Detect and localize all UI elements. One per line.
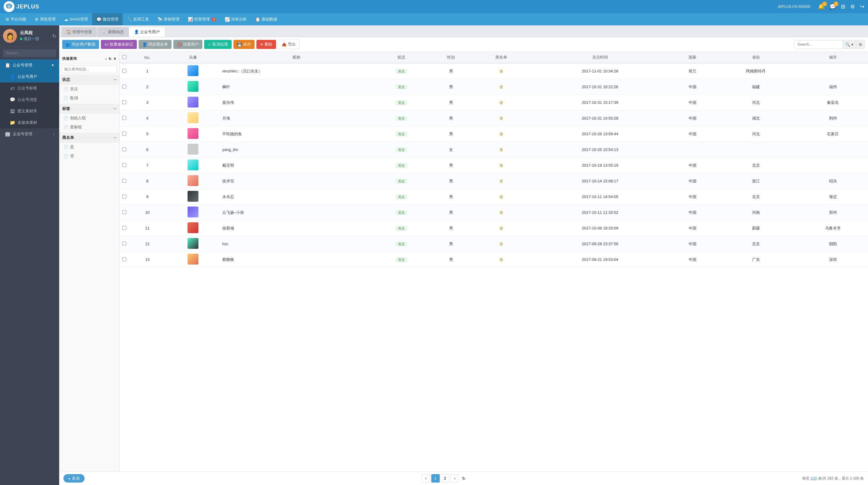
filter-input-area [62,65,117,73]
sync-users-button[interactable]: 👥 同步用户数据 [62,40,99,49]
select-all-checkbox[interactable] [122,55,126,59]
row-checkbox[interactable] [122,100,126,104]
sidebar-item-image-library[interactable]: 🖼 图文素材库 [0,105,59,117]
filter-tags-title: 标签 [62,106,70,112]
delete-button[interactable]: ✕ 删除 [256,40,276,49]
multiselect-button[interactable]: 多选 [63,474,85,483]
sidebar-item-public-mgmt[interactable]: 📋 公众号管理 ▼ [0,60,59,71]
row-checkbox[interactable] [122,194,126,199]
sidebar-search-input[interactable] [3,49,56,57]
row-checkbox[interactable] [122,226,126,230]
cell-follow-time: 2017-10-31 16:22:26 [529,79,671,95]
header-follow-time: 关注时间 [529,52,671,63]
nav-base-data[interactable]: 📋 基础数据 [251,13,281,25]
cell-city [798,158,868,173]
filter-tag-star[interactable]: 📄 星标组 [59,123,119,132]
cell-nickname: 枫叶 [220,79,374,95]
nav-saas[interactable]: ☁ SAAS管理 [60,13,92,25]
row-checkbox[interactable] [122,242,126,245]
search-button[interactable]: 🔍 ▾ [843,40,856,49]
filter-status-cancel[interactable]: 📄 取消 [59,94,119,103]
filter-blacklist-collapse[interactable]: − [114,135,116,141]
search-input[interactable] [794,40,843,48]
nav-tools[interactable]: 🔧 实用工具 [123,13,153,25]
row-checkbox[interactable] [122,163,126,167]
user-avatar [188,97,198,108]
sidebar-item-public-users[interactable]: 👤 公众号用户 [0,71,59,83]
refresh-icon[interactable]: ↻ [52,33,56,39]
refresh-pagination-icon[interactable]: ↻ [462,476,465,481]
filter-tags-collapse[interactable]: − [114,106,116,112]
logo-area: JP JEPLUS [4,1,39,12]
tab-public-users-label: 公众号用户 [140,30,160,34]
operations-icon: 📊 [188,17,193,22]
page-1-button[interactable]: 1 [431,474,440,483]
prev-page-button[interactable]: ‹ [422,474,430,483]
tab-public-users[interactable]: 👤 公众号用户 [129,27,164,37]
nav-wechat[interactable]: 💬 微信管理 [92,13,123,25]
filter-status-follow[interactable]: 📄 关注 [59,85,119,94]
row-checkbox[interactable] [122,132,126,135]
row-checkbox[interactable] [122,147,126,151]
nav-system[interactable]: ⚙ 系统管理 [31,13,60,25]
doc-icon-cancel: 📄 [63,96,68,100]
cell-follow-time: 2017-10-08 18:20:09 [529,220,671,236]
settings-icon[interactable]: ⚙ [850,3,855,10]
logout-icon[interactable]: ↪ [860,3,864,10]
filter-status-collapse[interactable]: − [114,77,116,83]
row-checkbox[interactable] [122,116,126,120]
row-checkbox-cell [120,142,129,158]
sidebar-item-public-tags[interactable]: 🏷 公众号标签 [0,83,59,94]
cell-gender: 男 [429,158,473,173]
cell-avatar [166,63,220,79]
header-city: 城市 [798,52,868,63]
page-2-button[interactable]: 2 [441,474,450,483]
filter-query-input[interactable] [62,65,117,73]
batch-tag-label: 批量修改标记 [110,42,133,47]
nav-operations[interactable]: 📊 经营管理 3 [184,13,221,25]
apps-icon[interactable]: ⊞ [841,3,845,10]
search-settings-button[interactable]: ⚙ [856,40,865,49]
cell-gender: 男 [429,220,473,236]
next-page-button[interactable]: › [451,474,459,483]
notification-bell[interactable]: 🔔 0 [818,3,825,10]
main-layout: 👩 云凤程 项目一部 ↻ 📋 公众号管理 ▼ 👤 [0,25,868,485]
filter-tag-founders[interactable]: 📄 创始人组 [59,114,119,123]
cell-province: 浙江 [714,173,798,189]
cell-avatar [166,173,220,189]
sidebar-item-enterprise[interactable]: 🏢 企业号管理 › [0,128,59,140]
header-status: 状态 [374,52,430,63]
blacklist-button[interactable]: 🚫 拉黑用户 [173,40,203,49]
sidebar-item-public-messages[interactable]: 💬 公众号消息 [0,94,59,105]
filter-blacklist-yes[interactable]: 📄 是 [59,143,119,152]
row-checkbox-cell [120,205,129,220]
per-page-link[interactable]: 100 [811,476,817,481]
filter-refresh[interactable]: ↻ [108,57,112,61]
cell-avatar [166,158,220,173]
save-button[interactable]: 💾 保存 [234,40,255,49]
cell-country: 中国 [671,126,714,142]
tab-dashboard[interactable]: 🏠 经营中控室 [62,27,97,37]
filter-left-arrow[interactable]: ‹ [105,57,106,61]
row-checkbox[interactable] [122,210,126,214]
row-checkbox[interactable] [122,85,126,89]
export-button[interactable]: 📤 导出 [278,39,300,49]
message-icon[interactable]: 💬 0 [829,3,836,10]
remove-blacklist-button[interactable]: ✓ 取消拉黑 [204,40,231,49]
sidebar-item-multimedia[interactable]: 📁 多媒体素材 [0,117,59,128]
nav-decision[interactable]: 📈 决策分析 [220,13,251,25]
filter-close[interactable]: ✕ [113,57,116,61]
nav-marketing[interactable]: 📡 营销管理 [153,13,184,25]
cell-no: 12 [129,236,166,252]
row-checkbox[interactable] [122,257,126,261]
batch-tag-button[interactable]: 🏷 批量修改标记 [101,40,137,49]
sync-blacklist-button[interactable]: 👤 同步黑名单 [138,40,172,49]
nav-platform[interactable]: ⚙ 平台功能 [1,13,31,25]
tab-news[interactable]: 📰 新闻动态 [98,27,129,37]
row-checkbox[interactable] [122,179,126,183]
row-checkbox[interactable] [122,69,126,73]
filter-blacklist-no[interactable]: 📄 否 [59,152,119,161]
cell-follow-time: 2017-10-19 13:55:19 [529,158,671,173]
chevron-down-icon: ▼ [51,63,54,67]
table-row: 13 蔡晓唤 关注 男 否 2017-09-21 19:53:04 中国 广东 … [120,252,868,268]
